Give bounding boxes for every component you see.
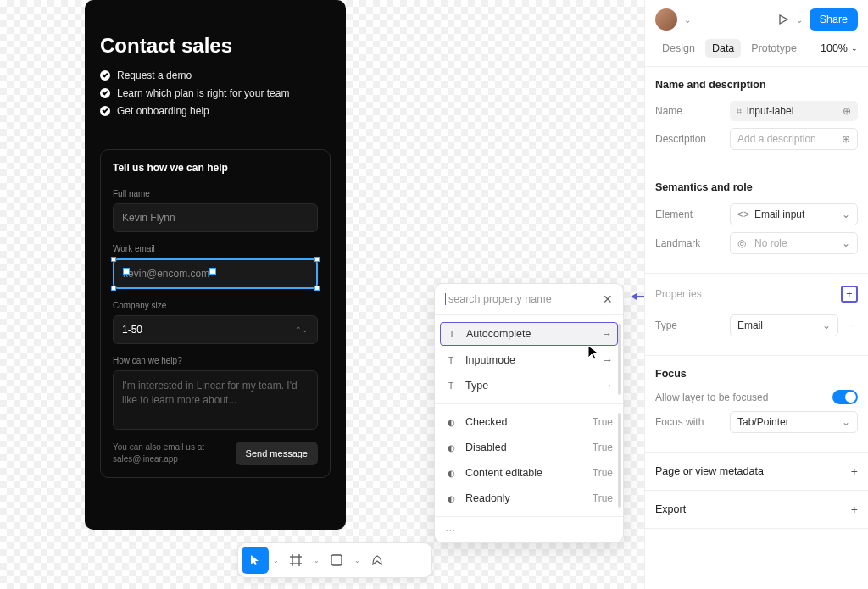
element-select[interactable]: <> Email input ⌄ <box>730 203 858 225</box>
size-label: Company size <box>113 301 318 310</box>
plus-icon: + <box>851 503 858 516</box>
play-icon[interactable] <box>777 14 789 25</box>
property-item-autocomplete[interactable]: T Autocomplete → <box>440 322 618 346</box>
share-button[interactable]: Share <box>810 8 858 31</box>
zoom-level[interactable]: 100% ⌄ <box>821 42 858 54</box>
target-icon[interactable]: ⊕ <box>842 133 850 145</box>
select-tool[interactable] <box>242 547 269 574</box>
bullet-item: Get onboarding help <box>100 105 331 117</box>
type-label: Type <box>655 320 723 331</box>
add-property-button[interactable]: + <box>841 286 858 303</box>
toggle-icon: ◐ <box>445 494 457 503</box>
landmark-select[interactable]: ◎ No role ⌄ <box>730 232 858 254</box>
properties-label: Properties <box>655 288 834 300</box>
text-icon: T <box>446 330 458 339</box>
help-textarea[interactable]: I'm interested in Linear for my team. I'… <box>113 370 318 430</box>
chevron-updown-icon: ⌃⌄ <box>295 325 309 334</box>
check-icon <box>100 106 110 116</box>
page-title: Contact sales <box>100 34 331 58</box>
pin-icon: ◎ <box>737 237 749 249</box>
arrow-right-icon: → <box>603 354 614 366</box>
svg-rect-4 <box>331 555 342 565</box>
allow-focus-toggle[interactable] <box>832 390 858 404</box>
chevron-down-icon: ⌄ <box>822 320 831 331</box>
check-icon <box>100 70 110 81</box>
select-tool-chevron[interactable]: ⌄ <box>269 547 281 574</box>
target-icon[interactable]: ⊕ <box>843 105 851 117</box>
tab-data[interactable]: Data <box>705 39 741 58</box>
chevron-down-icon[interactable]: ⌄ <box>796 15 803 25</box>
description-label: Description <box>655 133 723 145</box>
landmark-label: Landmark <box>655 237 723 249</box>
toolbar: ⌄ ⌄ ⌄ <box>237 542 432 578</box>
annotation-arrow <box>631 293 637 300</box>
inspector-panel: ⌄ ⌄ Share Design Data Prototype 100% ⌄ N… <box>644 0 868 589</box>
toggle-icon: ◐ <box>445 418 457 427</box>
property-item-inputmode[interactable]: T Inputmode → <box>435 347 623 373</box>
section-name-description: Name and description <box>655 79 858 91</box>
bullet-item: Request a demo <box>100 69 331 81</box>
export-section[interactable]: Export + <box>645 491 868 529</box>
frame-tool[interactable] <box>282 547 309 574</box>
remove-property-button[interactable]: − <box>845 320 858 331</box>
form-title: Tell us how we can help <box>113 162 318 174</box>
help-label: How can we help? <box>113 356 318 365</box>
focus-with-label: Focus with <box>655 416 723 428</box>
name-chip[interactable]: ⌗ input-label ⊕ <box>730 101 858 121</box>
text-icon: T <box>445 356 457 365</box>
property-item-type[interactable]: T Type → <box>435 373 623 398</box>
email-input[interactable]: kevin@encom.com <box>113 258 318 289</box>
footer-text: You can also email us at sales@linear.ap… <box>113 442 204 465</box>
send-button[interactable]: Send message <box>236 442 318 465</box>
allow-focus-label: Allow layer to be focused <box>655 392 826 403</box>
more-icon[interactable]: … <box>435 517 623 542</box>
email-label: Work email <box>113 244 318 253</box>
tab-design[interactable]: Design <box>655 39 702 58</box>
property-item-checked[interactable]: ◐ Checked True <box>435 409 623 435</box>
chevron-down-icon: ⌄ <box>842 208 850 220</box>
page-metadata-section[interactable]: Page or view metadata + <box>645 453 868 491</box>
avatar[interactable] <box>655 8 677 31</box>
toggle-icon: ◐ <box>445 469 457 478</box>
section-focus: Focus <box>655 368 858 380</box>
property-search-input[interactable] <box>445 293 603 305</box>
code-icon: <> <box>737 208 749 220</box>
form-card: Tell us how we can help Full name Kevin … <box>100 149 331 478</box>
shape-tool[interactable] <box>323 547 350 574</box>
close-icon[interactable]: ✕ <box>603 292 613 306</box>
chevron-down-icon: ⌄ <box>842 237 850 249</box>
chevron-down-icon: ⌄ <box>842 416 850 428</box>
pen-tool[interactable] <box>364 547 391 574</box>
text-icon: T <box>445 381 457 391</box>
arrow-right-icon: → <box>602 328 613 340</box>
shape-tool-chevron[interactable]: ⌄ <box>350 547 362 574</box>
element-label: Element <box>655 208 723 220</box>
fullname-label: Full name <box>113 189 318 198</box>
type-select[interactable]: Email ⌄ <box>730 314 838 336</box>
frame-tool-chevron[interactable]: ⌄ <box>309 547 321 574</box>
property-item-content-editable[interactable]: ◐ Content editable True <box>435 460 623 486</box>
property-item-disabled[interactable]: ◐ Disabled True <box>435 435 623 460</box>
property-search-popup: ✕ T Autocomplete → T Inputmode → T Type … <box>434 283 624 543</box>
section-semantics-role: Semantics and role <box>655 181 858 193</box>
canvas[interactable]: Contact sales Request a demo Learn which… <box>0 0 644 589</box>
chevron-down-icon[interactable]: ⌄ <box>684 15 691 25</box>
arrow-right-icon: → <box>603 380 614 392</box>
toggle-icon: ◐ <box>445 443 457 453</box>
size-select[interactable]: 1-50 ⌃⌄ <box>113 315 318 344</box>
property-item-readonly[interactable]: ◐ Readonly True <box>435 486 623 511</box>
focus-with-select[interactable]: Tab/Pointer ⌄ <box>730 411 858 433</box>
bullet-item: Learn which plan is right for your team <box>100 87 331 99</box>
frame-icon: ⌗ <box>737 106 742 117</box>
name-label: Name <box>655 105 723 117</box>
tab-prototype[interactable]: Prototype <box>744 39 804 58</box>
check-icon <box>100 88 110 98</box>
fullname-input[interactable]: Kevin Flynn <box>113 203 318 232</box>
plus-icon: + <box>851 464 858 478</box>
chevron-down-icon: ⌄ <box>851 44 858 53</box>
description-input[interactable]: Add a description ⊕ <box>730 128 858 150</box>
contact-sales-card: Contact sales Request a demo Learn which… <box>85 0 346 530</box>
